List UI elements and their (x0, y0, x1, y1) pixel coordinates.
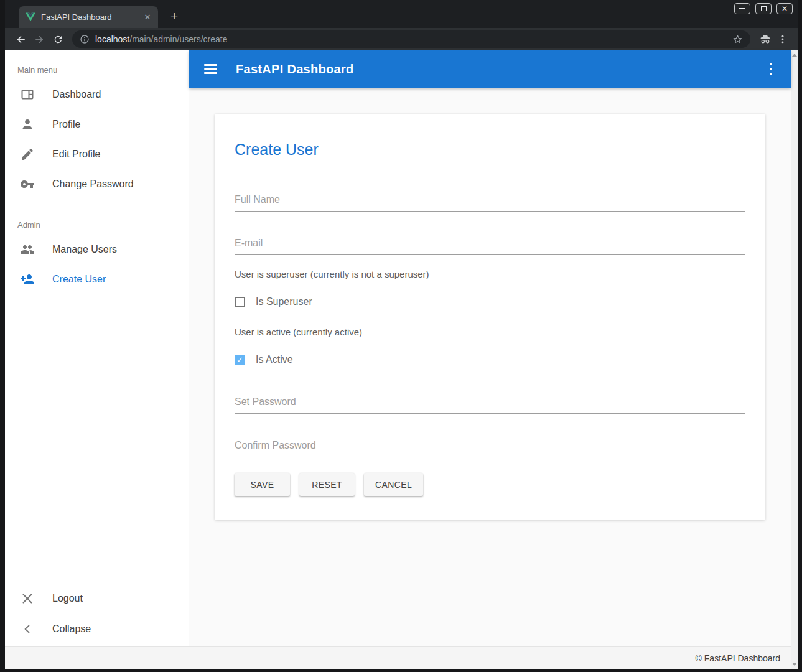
set-password-field[interactable]: Set Password (235, 396, 745, 414)
sidebar-item-collapse[interactable]: Collapse (5, 614, 189, 644)
window-minimize-button[interactable] (734, 3, 750, 14)
address-bar[interactable]: localhost/main/admin/users/create (72, 30, 750, 48)
confirm-password-label: Confirm Password (235, 440, 316, 450)
sidebar-item-change-password[interactable]: Change Password (5, 169, 189, 199)
full-name-label: Full Name (235, 194, 280, 205)
sidebar: Main menu Dashboard Profile (5, 50, 189, 646)
close-icon (20, 591, 35, 606)
url-host: localhost (95, 34, 129, 44)
tab-title: FastAPI Dashboard (41, 12, 142, 22)
is-active-row[interactable]: ✓ Is Active (235, 354, 745, 365)
browser-window: FastAPI Dashboard ✕ + ✕ localhost/main/a… (0, 0, 802, 672)
confirm-password-field[interactable]: Confirm Password (235, 440, 745, 457)
sidebar-item-dashboard[interactable]: Dashboard (5, 80, 189, 110)
vertical-scrollbar[interactable] (791, 50, 798, 669)
page-viewport: Main menu Dashboard Profile (5, 50, 798, 669)
main-area: FastAPI Dashboard Create User Full Name … (189, 50, 791, 646)
sidebar-item-label: Create User (52, 274, 106, 285)
person-add-icon (20, 272, 35, 287)
browser-toolbar: localhost/main/admin/users/create (5, 28, 798, 50)
reload-button[interactable] (49, 30, 67, 49)
is-active-checkbox[interactable]: ✓ (235, 355, 245, 365)
sidebar-item-create-user[interactable]: Create User (5, 264, 189, 294)
pencil-icon (20, 147, 35, 162)
vue-favicon-icon (26, 12, 35, 22)
is-superuser-checkbox[interactable]: ✓ (235, 297, 245, 307)
create-user-card: Create User Full Name E-mail User is sup… (215, 114, 765, 520)
form-actions: SAVE RESET CANCEL (235, 473, 745, 496)
set-password-label: Set Password (235, 396, 296, 407)
sidebar-section-main-menu: Main menu (5, 50, 189, 80)
app-bar-title: FastAPI Dashboard (236, 62, 354, 77)
incognito-profile-icon[interactable] (757, 30, 774, 48)
reset-button[interactable]: RESET (299, 473, 355, 496)
window-close-button[interactable]: ✕ (776, 3, 793, 14)
scrollbar-up-arrow-icon[interactable] (792, 54, 797, 57)
email-label: E-mail (235, 238, 263, 248)
page-title: Create User (235, 141, 745, 159)
is-active-label: Is Active (256, 354, 293, 365)
browser-tab[interactable]: FastAPI Dashboard ✕ (19, 6, 158, 28)
url-path: /main/admin/users/create (129, 34, 227, 44)
new-tab-button[interactable]: + (170, 10, 178, 22)
forward-button[interactable] (30, 30, 49, 49)
footer-copyright: © FastAPI Dashboard (696, 653, 780, 663)
save-button[interactable]: SAVE (235, 473, 290, 496)
email-field[interactable]: E-mail (235, 238, 745, 255)
superuser-hint: User is superuser (currently is not a su… (235, 269, 745, 279)
sidebar-item-logout[interactable]: Logout (5, 584, 189, 614)
scrollbar-down-arrow-icon[interactable] (792, 663, 797, 666)
app-bar-kebab-icon[interactable] (763, 62, 778, 77)
hamburger-menu-icon[interactable] (204, 62, 219, 77)
tab-close-icon[interactable]: ✕ (142, 12, 153, 23)
chevron-left-icon (20, 622, 35, 637)
window-controls: ✕ (734, 3, 793, 14)
sidebar-item-label: Change Password (52, 179, 134, 190)
full-name-field[interactable]: Full Name (235, 194, 745, 212)
sidebar-item-manage-users[interactable]: Manage Users (5, 235, 189, 264)
page-content: Create User Full Name E-mail User is sup… (189, 88, 791, 646)
key-icon (20, 177, 35, 192)
browser-menu-kebab-icon[interactable] (774, 30, 791, 48)
back-button[interactable] (11, 30, 30, 49)
app-bar: FastAPI Dashboard (189, 50, 791, 88)
cancel-button[interactable]: CANCEL (364, 473, 423, 496)
sidebar-item-profile[interactable]: Profile (5, 110, 189, 139)
sidebar-section-admin: Admin (5, 205, 189, 235)
url-text: localhost/main/admin/users/create (95, 34, 227, 44)
sidebar-item-label: Dashboard (52, 89, 101, 100)
sidebar-bottom: Logout Collapse (5, 584, 189, 646)
person-icon (20, 117, 35, 132)
sidebar-item-label: Collapse (52, 623, 91, 635)
is-superuser-label: Is Superuser (256, 296, 312, 307)
sidebar-item-label: Logout (52, 593, 83, 604)
dashboard-icon (20, 87, 35, 102)
sidebar-item-label: Edit Profile (52, 149, 100, 160)
browser-titlebar: FastAPI Dashboard ✕ + ✕ (5, 0, 798, 28)
sidebar-item-edit-profile[interactable]: Edit Profile (5, 139, 189, 169)
people-icon (20, 242, 35, 257)
window-maximize-button[interactable] (755, 3, 772, 14)
page-footer: © FastAPI Dashboard (5, 646, 791, 669)
is-superuser-row[interactable]: ✓ Is Superuser (235, 296, 745, 307)
active-hint: User is active (currently active) (235, 327, 745, 337)
site-info-icon[interactable] (80, 34, 90, 44)
sidebar-item-label: Profile (52, 119, 80, 130)
sidebar-item-label: Manage Users (52, 244, 117, 255)
bookmark-star-icon[interactable] (732, 34, 743, 45)
